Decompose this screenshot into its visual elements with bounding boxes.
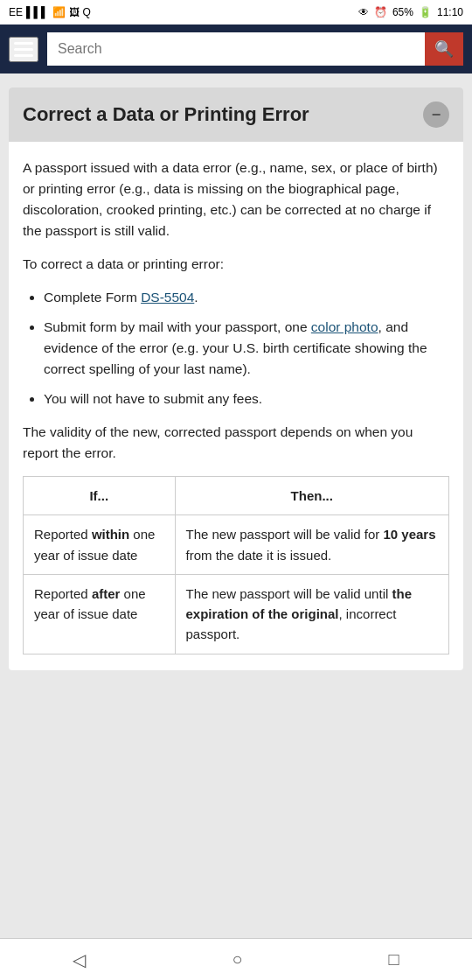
bullet-1-text-after: . (194, 290, 198, 304)
card-header: Correct a Data or Printing Error − (9, 88, 463, 142)
bold-expiration: the expiration of the original (186, 586, 412, 621)
recents-button[interactable]: □ (367, 942, 420, 976)
table-cell-result-1: The new passport will be valid for 10 ye… (175, 515, 448, 575)
battery-icon: 🔋 (419, 6, 432, 18)
list-item-1: Complete Form DS-5504. (44, 287, 449, 308)
bullet-list: Complete Form DS-5504. Submit form by ma… (44, 287, 449, 410)
signal-icon: ▌▌▌ (26, 6, 49, 18)
table-header-then: Then... (175, 477, 448, 515)
list-item-3: You will not have to submit any fees. (44, 388, 449, 410)
back-button[interactable]: ◁ (52, 942, 107, 977)
bottom-nav: ◁ ○ □ (0, 938, 472, 980)
bold-within: within (92, 527, 129, 542)
bold-10years: 10 years (383, 527, 435, 542)
ds5504-link[interactable]: DS-5504 (141, 290, 194, 304)
table-cell-result-2: The new passport will be valid until the… (175, 574, 448, 654)
card-body: A passport issued with a data error (e.g… (9, 142, 463, 670)
wifi-icon: 📶 (52, 6, 66, 18)
validity-table: If... Then... Reported within one year o… (23, 476, 449, 654)
validity-note: The validity of the new, corrected passp… (23, 422, 449, 464)
card-title: Correct a Data or Printing Error (23, 103, 309, 126)
collapse-button[interactable]: − (423, 102, 449, 128)
eye-icon: 👁 (358, 6, 369, 18)
hamburger-button[interactable] (9, 37, 38, 62)
table-cell-condition-2: Reported after one year of issue date (24, 574, 176, 654)
bold-after: after (92, 586, 121, 601)
vpn-icon: 🖼 (69, 6, 80, 18)
hamburger-line-2 (14, 48, 33, 51)
carrier-text: EE (9, 6, 23, 18)
nav-bar: 🔍 (0, 24, 472, 74)
table-header-row: If... Then... (24, 477, 449, 515)
bullet-1-text-before: Complete Form (44, 290, 141, 304)
color-photo-link[interactable]: color photo (311, 319, 378, 334)
alarm-icon: ⏰ (374, 6, 387, 18)
status-right: 👁 ⏰ 65% 🔋 11:10 (358, 6, 463, 18)
table-row-2: Reported after one year of issue date Th… (24, 574, 449, 654)
instructions-paragraph: To correct a data or printing error: (23, 254, 449, 275)
status-left: EE ▌▌▌ 📶 🖼 Q (9, 6, 91, 18)
search-input[interactable] (47, 32, 425, 66)
table-cell-condition-1: Reported within one year of issue date (24, 515, 176, 575)
battery-text: 65% (392, 6, 413, 18)
notification-icon: Q (83, 6, 91, 18)
table-row-1: Reported within one year of issue date T… (24, 515, 449, 575)
status-bar: EE ▌▌▌ 📶 🖼 Q 👁 ⏰ 65% 🔋 11:10 (0, 0, 472, 24)
search-container: 🔍 (47, 32, 463, 66)
main-content: Correct a Data or Printing Error − A pas… (0, 74, 472, 938)
table-header-if: If... (24, 477, 176, 515)
search-icon: 🔍 (434, 39, 454, 59)
content-card: Correct a Data or Printing Error − A pas… (9, 88, 463, 670)
intro-paragraph: A passport issued with a data error (e.g… (23, 158, 449, 242)
bullet-3-text: You will not have to submit any fees. (44, 391, 262, 406)
time-display: 11:10 (437, 6, 463, 18)
bullet-2-text-before: Submit form by mail with your passport, … (44, 319, 311, 334)
list-item-2: Submit form by mail with your passport, … (44, 317, 449, 380)
hamburger-line-3 (14, 54, 33, 57)
search-button[interactable]: 🔍 (425, 32, 463, 66)
hamburger-line-1 (14, 42, 33, 45)
home-button[interactable]: ○ (211, 942, 263, 976)
